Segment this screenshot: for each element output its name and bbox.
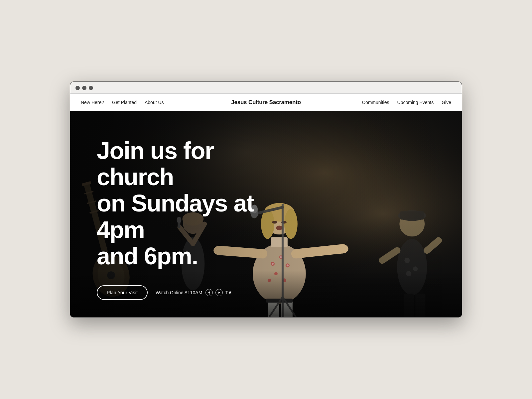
hero-section: Join us for church on Sundays at 4pm and…: [70, 111, 462, 317]
hero-content: Join us for church on Sundays at 4pm and…: [70, 111, 462, 300]
watch-icons-group: TV: [205, 289, 232, 296]
dot-yellow: [82, 86, 86, 90]
nav-link-new-here[interactable]: New Here?: [81, 100, 104, 105]
dot-green: [89, 86, 93, 90]
nav-link-about-us[interactable]: About Us: [145, 100, 164, 105]
browser-dots: [75, 86, 457, 93]
nav-link-give[interactable]: Give: [442, 100, 451, 105]
browser-window: New Here? Get Planted About Us Jesus Cul…: [70, 81, 462, 318]
hero-actions: Plan Your Visit Watch Online At 10AM: [97, 285, 442, 300]
watch-online-group: Watch Online At 10AM: [156, 289, 232, 296]
nav-left: New Here? Get Planted About Us: [81, 100, 164, 105]
youtube-icon[interactable]: [215, 289, 223, 296]
plan-visit-button[interactable]: Plan Your Visit: [97, 285, 148, 300]
nav-link-communities[interactable]: Communities: [362, 100, 389, 105]
brand-name: Jesus Culture Sacramento: [231, 99, 301, 106]
navbar-wrapper: New Here? Get Planted About Us Jesus Cul…: [70, 94, 462, 111]
nav-right: Communities Upcoming Events Give: [362, 100, 451, 105]
facebook-icon[interactable]: [205, 289, 213, 296]
browser-chrome: [70, 82, 462, 94]
nav-link-get-planted[interactable]: Get Planted: [112, 100, 137, 105]
hero-heading-line3: and 6pm.: [97, 243, 198, 269]
nav-link-upcoming-events[interactable]: Upcoming Events: [397, 100, 434, 105]
watch-online-label: Watch Online At 10AM: [156, 290, 202, 295]
hero-heading: Join us for church on Sundays at 4pm and…: [97, 138, 296, 269]
hero-heading-line1: Join us for church: [97, 137, 214, 190]
svg-marker-65: [218, 292, 220, 294]
dot-red: [75, 86, 80, 90]
hero-heading-line2: on Sundays at 4pm: [97, 190, 254, 243]
navbar: New Here? Get Planted About Us Jesus Cul…: [70, 94, 462, 111]
tv-label: TV: [225, 290, 232, 295]
